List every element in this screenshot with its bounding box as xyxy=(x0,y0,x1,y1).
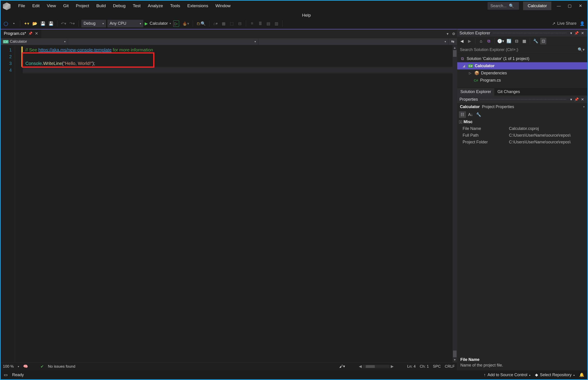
save-all-button[interactable]: 💾 xyxy=(48,20,54,27)
indent-button[interactable]: ≡ xyxy=(249,20,256,27)
nav-project-dropdown[interactable]: C#Calculator ▾ xyxy=(1,38,68,45)
prop-categorized-icon[interactable]: ☷ xyxy=(459,112,466,118)
hot-reload-button[interactable]: 🔥▾ xyxy=(181,20,190,27)
se-preview-icon[interactable]: ⊡ xyxy=(540,38,546,44)
tab-git-changes[interactable]: Git Changes xyxy=(494,88,523,95)
menu-git[interactable]: Git xyxy=(59,1,72,10)
editor-vertical-scrollbar[interactable]: ▲ ▼ xyxy=(453,45,457,362)
menu-file[interactable]: File xyxy=(15,1,29,10)
property-row-filename[interactable]: File Name Calculator.csproj xyxy=(457,125,587,132)
output-window-icon[interactable]: ▭ xyxy=(4,372,8,377)
menu-window[interactable]: Window xyxy=(212,1,234,10)
tab-solution-explorer[interactable]: Solution Explorer xyxy=(457,88,494,95)
panel-menu-chevron-icon[interactable]: ▾ xyxy=(569,97,573,102)
undo-button[interactable]: ↶▾ xyxy=(60,20,67,27)
brush-icon[interactable]: 🖌▾ xyxy=(339,364,345,369)
configuration-dropdown[interactable]: Debug▾ xyxy=(81,20,106,27)
menu-extensions[interactable]: Extensions xyxy=(184,1,212,10)
property-row-fullpath[interactable]: Full Path C:\Users\UserName\source\repos… xyxy=(457,132,587,139)
panel-close-icon[interactable]: ✕ xyxy=(580,97,585,102)
tree-file-node[interactable]: C# Program.cs xyxy=(457,77,587,84)
menu-tools[interactable]: Tools xyxy=(166,1,184,10)
tab-overflow-chevron-icon[interactable]: ▾ xyxy=(445,32,450,36)
collapse-group-icon[interactable]: − xyxy=(459,120,462,124)
editor-horizontal-scrollbar[interactable]: ◀▶ xyxy=(358,364,395,369)
indent-mode[interactable]: SPC xyxy=(433,364,441,369)
find-in-files-button[interactable]: 🗀🔍 xyxy=(196,20,206,27)
prop-alpha-icon[interactable]: A↓ xyxy=(467,112,474,118)
issues-label[interactable]: No issues found xyxy=(48,364,75,369)
nav-split-button[interactable]: ⇆ xyxy=(448,38,457,45)
tree-project-node[interactable]: ◢ C# Calculator xyxy=(457,62,587,69)
menu-project[interactable]: Project xyxy=(72,1,93,10)
menu-edit[interactable]: Edit xyxy=(29,1,43,10)
maximize-button[interactable]: ▢ xyxy=(566,3,573,9)
menu-debug[interactable]: Debug xyxy=(110,1,129,10)
live-share-button[interactable]: ↗ Live Share xyxy=(551,20,577,27)
se-forward-icon[interactable]: ▶ xyxy=(467,39,473,44)
solution-explorer-title[interactable]: Solution Explorer ▾ 📌 ✕ xyxy=(457,29,587,37)
menu-test[interactable]: Test xyxy=(129,1,144,10)
outline-margin[interactable] xyxy=(15,45,21,362)
se-switch-view-icon[interactable]: ⧉ xyxy=(486,39,492,44)
properties-group-misc[interactable]: − Misc xyxy=(457,119,587,125)
tree-dependencies-node[interactable]: ▷ 📦 Dependencies xyxy=(457,69,587,77)
close-tab-icon[interactable]: ✕ xyxy=(35,31,38,36)
toolbar-icon-1[interactable]: ⌂▾ xyxy=(212,20,219,27)
toolbar-icon-4[interactable]: ⊟ xyxy=(236,20,243,27)
nav-type-dropdown[interactable]: ▾ xyxy=(68,38,258,45)
panel-close-icon[interactable]: ✕ xyxy=(580,31,585,35)
uncomment-button[interactable]: ▥ xyxy=(273,20,280,27)
cursor-line[interactable]: Ln: 4 xyxy=(407,364,416,369)
code-link[interactable]: https://aka.ms/new-console-template xyxy=(38,47,112,52)
save-button[interactable]: 💾 xyxy=(39,20,46,27)
menu-build[interactable]: Build xyxy=(93,1,110,10)
open-file-button[interactable]: 📂 xyxy=(32,20,38,27)
platform-dropdown[interactable]: Any CPU▾ xyxy=(107,20,143,27)
editor-tab-program[interactable]: Program.cs* 📌 ✕ xyxy=(1,29,41,38)
zoom-level[interactable]: 100 % xyxy=(3,364,14,369)
se-history-icon[interactable]: 🕘▾ xyxy=(497,39,504,44)
nav-member-dropdown[interactable]: ▾ xyxy=(258,38,449,45)
se-properties-icon[interactable]: 🔧 xyxy=(533,39,539,44)
tree-expand-icon[interactable]: ▷ xyxy=(469,71,473,75)
properties-subject[interactable]: Calculator Project Properties ▾ xyxy=(457,103,587,111)
tree-solution-node[interactable]: ⧉ Solution 'Calculator' (1 of 1 project) xyxy=(457,55,587,62)
select-repository-button[interactable]: ◆ Select Repository ▴ xyxy=(535,372,575,377)
panel-menu-chevron-icon[interactable]: ▾ xyxy=(569,31,573,35)
new-item-button[interactable]: ✦▾ xyxy=(23,20,30,27)
outdent-button[interactable]: ≣ xyxy=(257,20,264,27)
add-to-source-control-button[interactable]: ↑ Add to Source Control ▴ xyxy=(484,373,531,377)
se-showall-icon[interactable]: ▦ xyxy=(521,39,527,44)
code-text-area[interactable]: // See https://aka.ms/new-console-templa… xyxy=(21,45,453,362)
menu-analyze[interactable]: Analyze xyxy=(144,1,167,10)
code-editor[interactable]: 1 2 3 4 // See https://aka.ms/new-consol… xyxy=(1,45,457,362)
tab-settings-gear-icon[interactable]: ⚙ xyxy=(450,32,457,36)
start-debug-button[interactable]: ▶ Calculator ▾ xyxy=(145,21,171,26)
intellicode-icon[interactable]: 🧠 xyxy=(23,364,28,369)
nav-back-chevron-icon[interactable]: ▾ xyxy=(11,20,17,27)
nav-back-button[interactable]: ◯ xyxy=(2,20,9,27)
toolbar-icon-2[interactable]: ▦ xyxy=(220,20,227,27)
solution-tree[interactable]: ⧉ Solution 'Calculator' (1 of 1 project)… xyxy=(457,54,587,88)
se-back-icon[interactable]: ◀ xyxy=(459,39,465,44)
se-sync-icon[interactable]: 🔄 xyxy=(506,39,512,44)
se-collapse-icon[interactable]: ⊟ xyxy=(514,39,519,44)
close-button[interactable]: ✕ xyxy=(577,3,584,9)
tree-expand-icon[interactable]: ◢ xyxy=(463,64,466,68)
redo-button[interactable]: ↷▾ xyxy=(69,20,76,27)
prop-wrench-icon[interactable]: 🔧 xyxy=(475,112,482,118)
property-row-projectfolder[interactable]: Project Folder C:\Users\UserName\source\… xyxy=(457,139,587,145)
account-button[interactable]: 👤 xyxy=(579,20,586,27)
toolbar-icon-3[interactable]: ⬚ xyxy=(228,20,235,27)
notifications-bell-icon[interactable]: 🔔 xyxy=(579,372,584,377)
pin-icon[interactable]: 📌 xyxy=(28,31,33,36)
global-search-input[interactable]: Search... 🔍 xyxy=(488,2,519,10)
panel-pin-icon[interactable]: 📌 xyxy=(573,97,580,102)
panel-pin-icon[interactable]: 📌 xyxy=(573,31,580,35)
cursor-col[interactable]: Ch: 1 xyxy=(420,364,429,369)
se-home-icon[interactable]: ⌂ xyxy=(478,39,484,44)
solution-explorer-search[interactable]: Search Solution Explorer (Ctrl+;) 🔍▾ xyxy=(457,46,587,54)
eol-mode[interactable]: CRLF xyxy=(445,364,455,369)
start-without-debug-button[interactable]: ▷ xyxy=(172,20,180,27)
